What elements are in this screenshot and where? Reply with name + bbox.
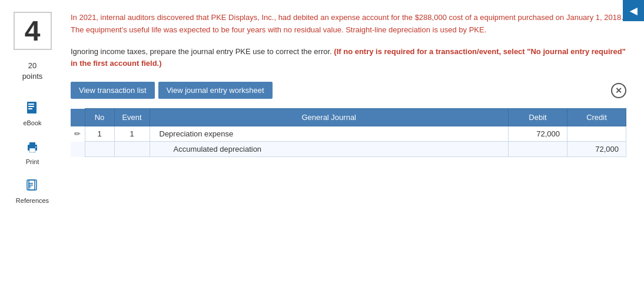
row1-credit — [567, 126, 626, 142]
left-sidebar: 4 20 points eBook — [0, 12, 65, 204]
main-content: In 2021, internal auditors discovered th… — [65, 12, 644, 204]
ebook-icon — [24, 99, 41, 117]
top-right-button[interactable]: ◀ — [623, 0, 644, 21]
svg-rect-10 — [28, 183, 33, 184]
svg-rect-3 — [28, 108, 32, 109]
points-label: 20 points — [22, 61, 43, 82]
svg-rect-12 — [28, 186, 31, 188]
instruction-normal: Ignoring income taxes, prepare the journ… — [71, 47, 332, 56]
view-journal-entry-worksheet-button[interactable]: View journal entry worksheet — [158, 82, 273, 99]
row2-description: Accumulated depreciation — [150, 142, 509, 157]
print-icon — [24, 138, 41, 156]
close-icon: ✕ — [615, 86, 622, 95]
edit-cell[interactable]: ✏ — [71, 126, 85, 142]
svg-rect-11 — [28, 185, 33, 186]
table-row: ✏ 1 1 Depreciation expense 72,000 — [71, 126, 626, 142]
row1-event: 1 — [114, 126, 150, 142]
edit-icon: ✏ — [74, 129, 81, 138]
references-label: References — [16, 197, 49, 204]
row1-debit: 72,000 — [509, 126, 567, 142]
col-header-credit: Credit — [567, 109, 626, 126]
svg-rect-6 — [29, 148, 35, 152]
references-icon — [24, 177, 41, 195]
edit-cell-empty — [71, 142, 85, 157]
references-button[interactable]: References — [16, 177, 49, 204]
row2-event — [114, 142, 150, 157]
ebook-button[interactable]: eBook — [23, 99, 41, 126]
table-row: Accumulated depreciation 72,000 — [71, 142, 626, 157]
col-header-general-journal: General Journal — [150, 109, 509, 126]
top-right-icon: ◀ — [630, 5, 637, 16]
col-header-event: Event — [114, 109, 150, 126]
svg-point-7 — [35, 146, 36, 148]
print-button[interactable]: Print — [24, 138, 41, 165]
svg-rect-1 — [28, 104, 34, 105]
col-header-edit — [71, 109, 85, 126]
view-transaction-list-button[interactable]: View transaction list — [71, 82, 155, 99]
row2-credit: 72,000 — [567, 142, 626, 157]
instruction-text: Ignoring income taxes, prepare the journ… — [71, 46, 626, 71]
svg-rect-2 — [28, 106, 34, 107]
close-button[interactable]: ✕ — [611, 83, 626, 98]
problem-text: In 2021, internal auditors discovered th… — [71, 12, 626, 36]
toolbar: View transaction list View journal entry… — [71, 82, 626, 99]
row2-no — [85, 142, 114, 157]
question-number-box: 4 — [14, 12, 52, 50]
journal-table: No Event General Journal Debit Credit ✏ … — [71, 108, 626, 157]
ebook-label: eBook — [23, 119, 41, 126]
sidebar-icons: eBook Print — [16, 99, 49, 204]
question-number: 4 — [25, 15, 41, 47]
col-header-no: No — [85, 109, 114, 126]
col-header-debit: Debit — [509, 109, 567, 126]
row1-description: Depreciation expense — [150, 126, 509, 142]
row1-no: 1 — [85, 126, 114, 142]
points-text: points — [22, 72, 43, 81]
row2-debit — [509, 142, 567, 157]
points-value: 20 — [28, 61, 36, 70]
svg-rect-5 — [29, 142, 35, 145]
print-label: Print — [26, 158, 39, 165]
